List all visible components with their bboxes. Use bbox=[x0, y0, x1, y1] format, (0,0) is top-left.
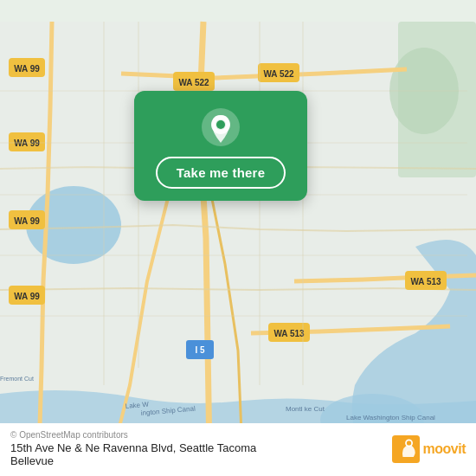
pin-icon bbox=[200, 106, 241, 148]
svg-text:WA 522: WA 522 bbox=[263, 69, 294, 79]
svg-text:I 5: I 5 bbox=[195, 345, 205, 355]
map-attribution: © OpenStreetMap contributors bbox=[10, 430, 256, 440]
location-name: 15th Ave Ne & Ne Ravenna Blvd, Seattle T… bbox=[10, 441, 256, 467]
moovit-logo: moovit bbox=[392, 435, 466, 463]
svg-point-45 bbox=[406, 441, 410, 445]
moovit-brand-text: moovit bbox=[423, 441, 466, 457]
take-me-there-button[interactable]: Take me there bbox=[156, 157, 286, 189]
map-container: WA 99 WA 99 WA 99 WA 99 WA 522 WA 522 WA… bbox=[0, 0, 476, 476]
svg-text:WA 99: WA 99 bbox=[14, 216, 40, 226]
location-info: © OpenStreetMap contributors 15th Ave Ne… bbox=[10, 430, 256, 467]
svg-text:WA 99: WA 99 bbox=[14, 292, 40, 301]
svg-text:WA 513: WA 513 bbox=[410, 277, 441, 286]
svg-point-42 bbox=[216, 120, 225, 129]
svg-text:WA 513: WA 513 bbox=[273, 329, 305, 338]
svg-text:Montl ke Cut: Montl ke Cut bbox=[286, 405, 325, 413]
svg-text:WA 522: WA 522 bbox=[178, 78, 209, 87]
bottom-bar: © OpenStreetMap contributors 15th Ave Ne… bbox=[0, 423, 476, 476]
svg-text:WA 99: WA 99 bbox=[14, 64, 40, 74]
svg-text:Fremont Cut: Fremont Cut bbox=[0, 376, 34, 382]
location-card: Take me there bbox=[134, 91, 307, 201]
svg-text:Lake Washington Ship Canal: Lake Washington Ship Canal bbox=[346, 414, 435, 421]
moovit-brand-icon bbox=[392, 435, 420, 463]
